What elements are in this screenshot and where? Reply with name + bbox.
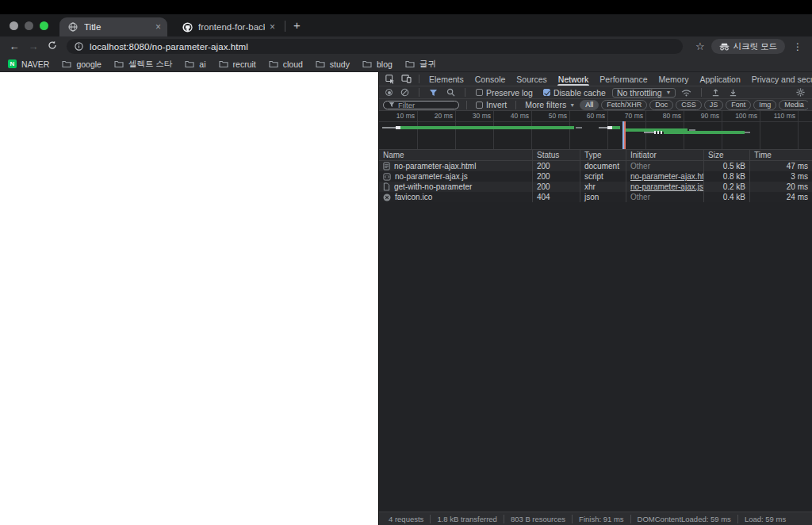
network-conditions-icon[interactable] (678, 89, 695, 97)
overview-tick-label: 100 ms (721, 112, 757, 120)
request-time: 3 ms (749, 171, 812, 182)
devtools-tab-memory[interactable]: Memory (653, 72, 694, 86)
request-row[interactable]: favicon.ico404jsonOther0.4 kB24 ms (379, 192, 812, 202)
request-row[interactable]: no-parameter-ajax.html200documentOther0.… (379, 161, 812, 171)
window-close-button[interactable] (10, 21, 18, 30)
request-initiator[interactable]: no-parameter-ajax.html:8 (626, 171, 703, 182)
bookmark-item-셀렉트-스타[interactable]: 셀렉트 스타 (114, 59, 172, 70)
filter-chip-doc[interactable]: Doc (649, 100, 673, 110)
request-initiator[interactable]: no-parameter-ajax.js:17 (626, 182, 703, 192)
device-toolbar-icon[interactable] (398, 75, 415, 83)
devtools-tab-performance[interactable]: Performance (594, 72, 653, 86)
back-icon[interactable]: ← (6, 40, 22, 52)
filter-chip-font[interactable]: Font (726, 100, 751, 110)
filter-chip-media[interactable]: Media (779, 100, 808, 110)
disable-cache-checkbox[interactable]: Disable cache (543, 88, 606, 98)
request-time: 47 ms (749, 161, 812, 171)
export-har-icon[interactable] (726, 88, 741, 97)
request-row[interactable]: get-with-no-parameter200xhrno-parameter-… (379, 182, 812, 192)
forward-icon[interactable]: → (25, 40, 41, 52)
filter-chip-js[interactable]: JS (704, 100, 724, 110)
filter-funnel-icon[interactable] (426, 89, 441, 97)
network-request-table: NameStatusTypeInitiatorSizeTime no-param… (379, 150, 812, 202)
bookmark-item-naver[interactable]: NNAVER (8, 59, 49, 69)
request-name-cell[interactable]: get-with-no-parameter (379, 182, 532, 192)
filter-chips: AllFetch/XHRDocCSSJSFontImgMediaManifest… (580, 100, 808, 110)
bookmark-item-글귀[interactable]: 글귀 (405, 59, 436, 70)
overview-tick-label: 40 ms (492, 112, 529, 120)
filter-chip-img[interactable]: Img (753, 100, 776, 110)
devtools-tab-console[interactable]: Console (469, 72, 511, 86)
window-controls (0, 21, 59, 36)
bookmark-item-recruit[interactable]: recruit (219, 59, 256, 69)
network-summary-bar: 4 requests1.8 kB transferred803 B resour… (379, 512, 812, 525)
bookmark-item-cloud[interactable]: cloud (269, 59, 303, 69)
network-settings-icon[interactable] (793, 88, 808, 97)
more-filters-dropdown[interactable]: More filters ▼ (525, 100, 575, 109)
site-info-icon[interactable] (75, 42, 83, 51)
filter-chip-css[interactable]: CSS (676, 100, 702, 110)
bookmark-label: NAVER (21, 59, 49, 69)
preserve-log-checkbox[interactable]: Preserve log (476, 88, 533, 98)
invert-checkbox[interactable]: Invert (476, 100, 507, 109)
globe-icon (67, 21, 79, 33)
waterfall-bar-segment (612, 126, 620, 129)
tab-title[interactable]: Title × (59, 17, 167, 36)
record-network-log-icon[interactable] (385, 89, 393, 96)
folder-icon (316, 60, 325, 68)
bookmark-label: ai (199, 59, 205, 69)
column-header-type[interactable]: Type (580, 150, 626, 160)
initiator-link[interactable]: no-parameter-ajax.html:8 (630, 172, 703, 181)
folder-icon (185, 60, 194, 68)
incognito-badge: 시크릿 모드 (711, 39, 785, 54)
reload-icon[interactable] (44, 40, 60, 52)
devtools-tabbar: ElementsConsoleSourcesNetworkPerformance… (379, 72, 812, 86)
browser-window: Title × frontend-for-backend-basic/ × + … (0, 0, 812, 525)
window-maximize-button[interactable] (40, 21, 48, 30)
window-minimize-button[interactable] (25, 21, 33, 30)
column-header-size[interactable]: Size (703, 150, 749, 160)
bookmark-item-ai[interactable]: ai (185, 59, 205, 69)
bookmark-star-icon[interactable]: ☆ (689, 40, 711, 52)
tab-close-icon[interactable]: × (270, 21, 275, 33)
bookmark-item-study[interactable]: study (316, 59, 350, 69)
browser-menu-icon[interactable]: ⋮ (785, 41, 806, 52)
request-name-cell[interactable]: no-parameter-ajax.js (379, 171, 532, 182)
inspect-element-icon[interactable] (382, 75, 398, 84)
bookmark-item-google[interactable]: google (62, 59, 102, 69)
webpage-viewport[interactable] (0, 72, 378, 525)
summary-item: 803 B resources (504, 515, 573, 523)
request-row[interactable]: no-parameter-ajax.js200scriptno-paramete… (379, 171, 812, 182)
request-name-cell[interactable]: favicon.ico (379, 192, 532, 202)
tab-close-icon[interactable]: × (155, 21, 161, 33)
request-status: 404 (532, 192, 580, 202)
throttling-dropdown[interactable]: No throttling ▼ (612, 88, 676, 98)
import-har-icon[interactable] (708, 88, 723, 97)
devtools-tab-elements[interactable]: Elements (423, 72, 469, 86)
column-header-name[interactable]: Name (379, 150, 532, 160)
network-overview[interactable]: 10 ms20 ms30 ms40 ms50 ms60 ms70 ms80 ms… (379, 111, 812, 150)
filter-chip-fetch-xhr[interactable]: Fetch/XHR (601, 100, 647, 110)
clear-network-log-icon[interactable] (397, 88, 412, 97)
address-bar[interactable]: localhost:8080/no-parameter-ajax.html (67, 39, 683, 54)
column-header-initiator[interactable]: Initiator (626, 150, 703, 160)
devtools-tab-privacy-and-security[interactable]: Privacy and security (746, 72, 812, 86)
overview-tick-label: 110 ms (759, 112, 795, 120)
filter-input[interactable] (398, 101, 454, 109)
column-header-time[interactable]: Time (749, 150, 812, 160)
initiator-link[interactable]: no-parameter-ajax.js:17 (630, 182, 703, 191)
devtools-tab-network[interactable]: Network (553, 72, 595, 86)
column-header-status[interactable]: Status (532, 150, 580, 160)
checkbox-unchecked-icon (476, 89, 483, 96)
initiator-text: Other (630, 162, 650, 171)
new-tab-button[interactable]: + (289, 18, 307, 36)
overview-tick-label: 10 ms (379, 112, 415, 120)
devtools-tab-sources[interactable]: Sources (511, 72, 553, 86)
tab-github[interactable]: frontend-for-backend-basic/ × (174, 17, 282, 36)
request-name-cell[interactable]: no-parameter-ajax.html (379, 161, 532, 171)
devtools-tab-application[interactable]: Application (694, 72, 745, 86)
search-icon[interactable] (443, 88, 458, 97)
naver-icon: N (8, 59, 17, 68)
filter-chip-all[interactable]: All (580, 100, 599, 110)
bookmark-item-blog[interactable]: blog (362, 59, 393, 69)
